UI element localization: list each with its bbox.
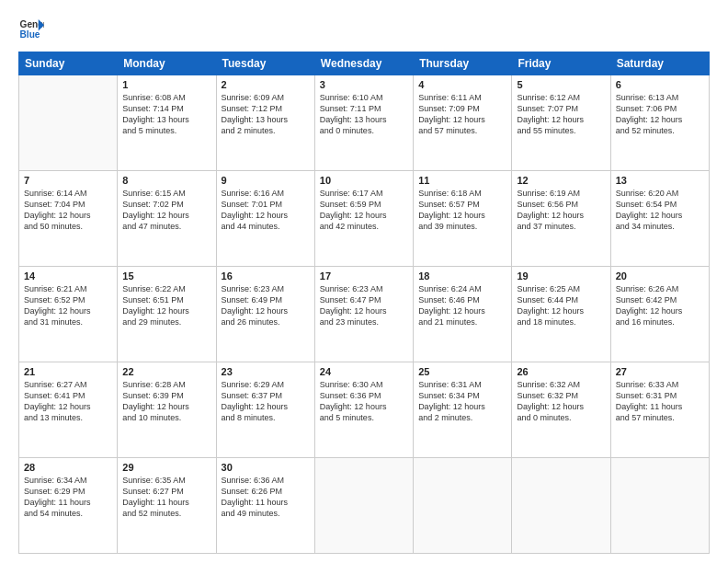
header-day-thursday: Thursday xyxy=(414,52,512,75)
header-day-monday: Monday xyxy=(118,52,216,75)
calendar-header-row: SundayMondayTuesdayWednesdayThursdayFrid… xyxy=(19,52,710,75)
cell-info: Sunrise: 6:25 AMSunset: 6:44 PMDaylight:… xyxy=(517,283,605,328)
calendar-cell: 26Sunrise: 6:32 AMSunset: 6:32 PMDayligh… xyxy=(512,362,610,458)
calendar-week-row: 7Sunrise: 6:14 AMSunset: 7:04 PMDaylight… xyxy=(19,171,710,267)
cell-info: Sunrise: 6:32 AMSunset: 6:32 PMDaylight:… xyxy=(517,379,605,424)
calendar-cell: 7Sunrise: 6:14 AMSunset: 7:04 PMDaylight… xyxy=(19,171,118,267)
calendar-cell: 13Sunrise: 6:20 AMSunset: 6:54 PMDayligh… xyxy=(610,171,709,267)
day-number: 30 xyxy=(222,462,310,473)
calendar-cell: 27Sunrise: 6:33 AMSunset: 6:31 PMDayligh… xyxy=(610,362,709,458)
day-number: 23 xyxy=(222,366,310,377)
cell-info: Sunrise: 6:09 AMSunset: 7:12 PMDaylight:… xyxy=(222,92,310,137)
header-day-saturday: Saturday xyxy=(610,52,709,75)
calendar-cell: 19Sunrise: 6:25 AMSunset: 6:44 PMDayligh… xyxy=(512,267,610,362)
calendar-cell: 15Sunrise: 6:22 AMSunset: 6:51 PMDayligh… xyxy=(118,267,216,362)
svg-text:Blue: Blue xyxy=(20,29,40,40)
cell-info: Sunrise: 6:08 AMSunset: 7:14 PMDaylight:… xyxy=(122,92,210,137)
cell-info: Sunrise: 6:22 AMSunset: 6:51 PMDaylight:… xyxy=(122,283,210,328)
cell-info: Sunrise: 6:11 AMSunset: 7:09 PMDaylight:… xyxy=(418,92,506,137)
cell-info: Sunrise: 6:29 AMSunset: 6:37 PMDaylight:… xyxy=(222,379,310,424)
cell-info: Sunrise: 6:35 AMSunset: 6:27 PMDaylight:… xyxy=(122,475,210,520)
calendar-week-row: 21Sunrise: 6:27 AMSunset: 6:41 PMDayligh… xyxy=(19,362,710,458)
calendar-cell: 11Sunrise: 6:18 AMSunset: 6:57 PMDayligh… xyxy=(414,171,512,267)
day-number: 26 xyxy=(517,366,605,377)
calendar-cell xyxy=(314,458,413,554)
day-number: 1 xyxy=(122,79,210,90)
calendar-cell: 10Sunrise: 6:17 AMSunset: 6:59 PMDayligh… xyxy=(314,171,413,267)
day-number: 24 xyxy=(320,366,408,377)
day-number: 29 xyxy=(122,462,210,473)
calendar-cell: 23Sunrise: 6:29 AMSunset: 6:37 PMDayligh… xyxy=(216,362,314,458)
calendar-cell xyxy=(512,458,610,554)
day-number: 9 xyxy=(222,175,310,186)
calendar-cell: 14Sunrise: 6:21 AMSunset: 6:52 PMDayligh… xyxy=(19,267,118,362)
logo-icon: General Blue xyxy=(18,17,44,42)
day-number: 11 xyxy=(418,175,506,186)
day-number: 10 xyxy=(320,175,408,186)
calendar-cell: 21Sunrise: 6:27 AMSunset: 6:41 PMDayligh… xyxy=(19,362,118,458)
cell-info: Sunrise: 6:15 AMSunset: 7:02 PMDaylight:… xyxy=(122,188,210,233)
cell-info: Sunrise: 6:20 AMSunset: 6:54 PMDaylight:… xyxy=(616,188,704,233)
day-number: 21 xyxy=(24,366,112,377)
cell-info: Sunrise: 6:26 AMSunset: 6:42 PMDaylight:… xyxy=(616,283,704,328)
cell-info: Sunrise: 6:36 AMSunset: 6:26 PMDaylight:… xyxy=(222,475,310,520)
day-number: 15 xyxy=(122,270,210,282)
cell-info: Sunrise: 6:13 AMSunset: 7:06 PMDaylight:… xyxy=(616,92,704,137)
calendar-cell xyxy=(610,458,709,554)
cell-info: Sunrise: 6:30 AMSunset: 6:36 PMDaylight:… xyxy=(320,379,408,424)
calendar-cell: 29Sunrise: 6:35 AMSunset: 6:27 PMDayligh… xyxy=(118,458,216,554)
day-number: 3 xyxy=(320,79,408,90)
day-number: 12 xyxy=(517,175,605,186)
cell-info: Sunrise: 6:18 AMSunset: 6:57 PMDaylight:… xyxy=(418,188,506,233)
calendar-cell: 24Sunrise: 6:30 AMSunset: 6:36 PMDayligh… xyxy=(314,362,413,458)
calendar-cell: 20Sunrise: 6:26 AMSunset: 6:42 PMDayligh… xyxy=(610,267,709,362)
calendar-cell: 6Sunrise: 6:13 AMSunset: 7:06 PMDaylight… xyxy=(610,75,709,171)
cell-info: Sunrise: 6:28 AMSunset: 6:39 PMDaylight:… xyxy=(122,379,210,424)
cell-info: Sunrise: 6:24 AMSunset: 6:46 PMDaylight:… xyxy=(418,283,506,328)
calendar-cell xyxy=(414,458,512,554)
calendar-cell: 5Sunrise: 6:12 AMSunset: 7:07 PMDaylight… xyxy=(512,75,610,171)
calendar-cell: 8Sunrise: 6:15 AMSunset: 7:02 PMDaylight… xyxy=(118,171,216,267)
day-number: 27 xyxy=(616,366,704,377)
calendar-table: SundayMondayTuesdayWednesdayThursdayFrid… xyxy=(18,52,710,554)
calendar-cell: 25Sunrise: 6:31 AMSunset: 6:34 PMDayligh… xyxy=(414,362,512,458)
cell-info: Sunrise: 6:31 AMSunset: 6:34 PMDaylight:… xyxy=(418,379,506,424)
day-number: 22 xyxy=(122,366,210,377)
day-number: 6 xyxy=(616,79,704,90)
header-day-sunday: Sunday xyxy=(19,52,118,75)
header-day-tuesday: Tuesday xyxy=(216,52,314,75)
day-number: 16 xyxy=(222,270,310,282)
cell-info: Sunrise: 6:27 AMSunset: 6:41 PMDaylight:… xyxy=(24,379,112,424)
day-number: 14 xyxy=(24,270,112,282)
calendar-cell: 4Sunrise: 6:11 AMSunset: 7:09 PMDaylight… xyxy=(414,75,512,171)
day-number: 4 xyxy=(418,79,506,90)
calendar-cell: 1Sunrise: 6:08 AMSunset: 7:14 PMDaylight… xyxy=(118,75,216,171)
calendar-cell: 12Sunrise: 6:19 AMSunset: 6:56 PMDayligh… xyxy=(512,171,610,267)
calendar-cell xyxy=(19,75,118,171)
cell-info: Sunrise: 6:19 AMSunset: 6:56 PMDaylight:… xyxy=(517,188,605,233)
header-day-wednesday: Wednesday xyxy=(314,52,413,75)
calendar-cell: 28Sunrise: 6:34 AMSunset: 6:29 PMDayligh… xyxy=(19,458,118,554)
calendar-cell: 22Sunrise: 6:28 AMSunset: 6:39 PMDayligh… xyxy=(118,362,216,458)
day-number: 19 xyxy=(517,270,605,282)
calendar-cell: 18Sunrise: 6:24 AMSunset: 6:46 PMDayligh… xyxy=(414,267,512,362)
cell-info: Sunrise: 6:23 AMSunset: 6:47 PMDaylight:… xyxy=(320,283,408,328)
header-day-friday: Friday xyxy=(512,52,610,75)
cell-info: Sunrise: 6:23 AMSunset: 6:49 PMDaylight:… xyxy=(222,283,310,328)
calendar-cell: 3Sunrise: 6:10 AMSunset: 7:11 PMDaylight… xyxy=(314,75,413,171)
calendar-week-row: 1Sunrise: 6:08 AMSunset: 7:14 PMDaylight… xyxy=(19,75,710,171)
calendar-cell: 9Sunrise: 6:16 AMSunset: 7:01 PMDaylight… xyxy=(216,171,314,267)
day-number: 8 xyxy=(122,175,210,186)
day-number: 13 xyxy=(616,175,704,186)
calendar-cell: 30Sunrise: 6:36 AMSunset: 6:26 PMDayligh… xyxy=(216,458,314,554)
page-header: General Blue xyxy=(18,17,710,42)
day-number: 2 xyxy=(222,79,310,90)
cell-info: Sunrise: 6:21 AMSunset: 6:52 PMDaylight:… xyxy=(24,283,112,328)
calendar-cell: 2Sunrise: 6:09 AMSunset: 7:12 PMDaylight… xyxy=(216,75,314,171)
day-number: 25 xyxy=(418,366,506,377)
day-number: 17 xyxy=(320,270,408,282)
cell-info: Sunrise: 6:34 AMSunset: 6:29 PMDaylight:… xyxy=(24,475,112,520)
calendar-week-row: 28Sunrise: 6:34 AMSunset: 6:29 PMDayligh… xyxy=(19,458,710,554)
cell-info: Sunrise: 6:14 AMSunset: 7:04 PMDaylight:… xyxy=(24,188,112,233)
day-number: 7 xyxy=(24,175,112,186)
